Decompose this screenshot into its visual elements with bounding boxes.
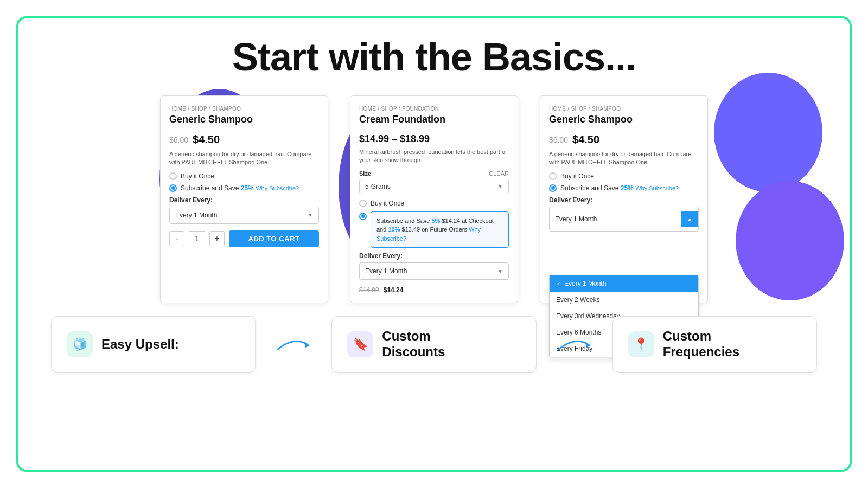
subscribe-label-3: Subscribe and Save 25% Why Subscribe? <box>560 184 679 192</box>
final-price-row-2: $14.99 $14.24 <box>359 286 509 294</box>
add-to-cart-button-1[interactable]: ADD TO CART <box>229 230 319 247</box>
dropdown-item-1month[interactable]: ✓ Every 1 Month <box>550 275 698 292</box>
page-title: Start with the Basics... <box>18 18 850 90</box>
dropdown-item-2weeks[interactable]: Every 2 Weeks <box>550 292 698 308</box>
chevron-down-icon-2: ▼ <box>497 268 503 274</box>
upsell-label: Easy Upsell: <box>101 337 179 352</box>
product-title-2: Cream Foundation <box>359 114 509 125</box>
size-clear[interactable]: CLEAR <box>489 170 509 177</box>
radio-inner-2 <box>361 214 365 218</box>
deliver-value-3: Every 1 Month <box>555 215 597 223</box>
svg-marker-0 <box>304 342 310 348</box>
option-buy-once-3[interactable]: Buy it Once <box>549 172 699 180</box>
buy-once-label-3: Buy it Once <box>560 172 594 180</box>
dropdown-label-1month: Every 1 Month <box>564 280 606 287</box>
product-card-2: HOME / SHOP / FOUNDATION Cream Foundatio… <box>350 95 518 303</box>
dropdown-label-2weeks: Every 2 Weeks <box>556 296 599 304</box>
connector-2 <box>558 316 591 373</box>
deliver-select-blue-btn[interactable]: ▲ <box>681 211 698 227</box>
radio-subscribe-2[interactable] <box>359 213 367 220</box>
product-card-3: HOME / SHOP / SHAMPOO Generic Shampoo $6… <box>540 95 708 303</box>
radio-buy-once-3[interactable] <box>549 172 557 180</box>
size-text: Size <box>359 170 371 177</box>
sub-price2: $13.49 <box>402 226 420 233</box>
breadcrumb-1: HOME / SHOP / SHAMPOO <box>169 106 319 112</box>
size-row: Size CLEAR 5-Grams ▼ <box>359 170 509 194</box>
subscribe-text-3: Subscribe and Save <box>560 184 618 192</box>
qty-minus-1[interactable]: - <box>169 231 184 246</box>
product-desc-1: A generic shampoo for dry or damaged hai… <box>169 150 319 167</box>
buy-once-label-1: Buy it Once <box>181 172 214 180</box>
radio-buy-once-1[interactable] <box>169 172 177 180</box>
deliver-value-1: Every 1 Month <box>175 211 217 219</box>
sub-box-2: Subscribe and Save 5% $14.24 at Checkout… <box>371 211 509 248</box>
size-label: Size CLEAR <box>359 170 509 177</box>
svg-marker-1 <box>585 342 591 348</box>
sub-future-text: on Future Orders <box>422 226 467 233</box>
discount-pct-1: 25% <box>241 184 254 192</box>
sub-save-text: Subscribe and Save <box>376 217 430 224</box>
radio-buy-once-2[interactable] <box>359 200 367 207</box>
buy-once-label-2: Buy it Once <box>371 200 404 207</box>
frequencies-icon: 📍 <box>628 331 654 357</box>
breadcrumb-2: HOME / SHOP / FOUNDATION <box>359 106 509 112</box>
price-new-1: $4.50 <box>193 133 220 146</box>
radio-inner-1 <box>171 186 175 190</box>
frequencies-label: CustomFrequencies <box>663 329 739 360</box>
sub-discount1: 5% <box>432 217 441 224</box>
deliver-label-1: Deliver Every: <box>169 196 319 204</box>
option-buy-once-2[interactable]: Buy it Once <box>359 200 509 207</box>
bottom-features-row: 🧊 Easy Upsell: 🔖 CustomDiscounts 📍 Custo… <box>18 316 850 373</box>
option-subscribe-1[interactable]: Subscribe and Save 25% Why Subscribe? <box>169 184 319 192</box>
connector-1 <box>277 316 310 373</box>
divider-2 <box>359 130 509 130</box>
radio-subscribe-1[interactable] <box>169 184 177 192</box>
feature-card-discounts: 🔖 CustomDiscounts <box>331 316 536 373</box>
deliver-label-2: Deliver Every: <box>359 252 509 260</box>
subscribe-label-1: Subscribe and Save 25% Why Subscribe? <box>181 184 299 192</box>
qty-value-1: 1 <box>189 231 205 246</box>
sub-discount2: 10% <box>388 226 400 233</box>
price-row-3: $6.00 $4.50 <box>549 133 699 146</box>
size-select[interactable]: 5-Grams ▼ <box>359 179 509 194</box>
subscribe-text-1: Subscribe and Save <box>181 184 239 192</box>
deliver-select-2[interactable]: Every 1 Month ▼ <box>359 262 509 280</box>
option-buy-once-1[interactable]: Buy it Once <box>169 172 319 180</box>
deliver-select-1[interactable]: Every 1 Month ▼ <box>169 207 319 224</box>
discounts-icon: 🔖 <box>347 331 373 357</box>
chevron-down-icon-size: ▼ <box>497 183 503 189</box>
check-icon: ✓ <box>556 280 561 287</box>
price-range-2: $14.99 – $18.99 <box>359 133 509 145</box>
qty-plus-1[interactable]: + <box>209 231 225 246</box>
deliver-label-3: Deliver Every: <box>549 196 699 204</box>
main-frame: Start with the Basics... HOME / SHOP / S… <box>16 16 852 472</box>
divider-3 <box>549 130 699 130</box>
cards-row: HOME / SHOP / SHAMPOO Generic Shampoo $6… <box>18 95 850 303</box>
sub-price1: $14.24 <box>442 217 460 224</box>
radio-inner-3 <box>551 186 555 190</box>
chevron-down-icon-1: ▼ <box>308 212 313 218</box>
price-old-1: $6.00 <box>169 136 188 144</box>
price-new-3: $4.50 <box>572 133 599 146</box>
final-price-old-2: $14.99 <box>359 286 379 294</box>
sub-box-text-2: Subscribe and Save 5% $14.24 at Checkout… <box>376 216 503 243</box>
product-desc-3: A generic shampoo for dry or damaged hai… <box>549 150 699 167</box>
feature-card-upsell: 🧊 Easy Upsell: <box>51 316 256 373</box>
discount-pct-3: 25% <box>621 184 634 192</box>
why-subscribe-link-3[interactable]: Why Subscribe? <box>635 185 679 191</box>
price-old-3: $6.00 <box>549 136 568 144</box>
divider-1 <box>169 130 319 130</box>
deliver-select-3[interactable]: Every 1 Month ▲ <box>549 207 699 232</box>
size-value: 5-Grams <box>365 183 391 190</box>
deliver-value-2: Every 1 Month <box>365 267 407 275</box>
why-subscribe-link-1[interactable]: Why Subscribe? <box>256 185 299 191</box>
feature-card-frequencies: 📍 CustomFrequencies <box>612 316 817 373</box>
option-subscribe-2[interactable]: Subscribe and Save 5% $14.24 at Checkout… <box>359 211 509 248</box>
option-subscribe-3[interactable]: Subscribe and Save 25% Why Subscribe? <box>549 184 699 192</box>
cart-row-1: - 1 + ADD TO CART <box>169 230 319 247</box>
radio-subscribe-3[interactable] <box>549 184 557 192</box>
product-title-1: Generic Shampoo <box>169 114 319 125</box>
breadcrumb-3: HOME / SHOP / SHAMPOO <box>549 106 699 112</box>
connector-arrow-2 <box>558 333 591 355</box>
upsell-icon: 🧊 <box>67 331 93 357</box>
